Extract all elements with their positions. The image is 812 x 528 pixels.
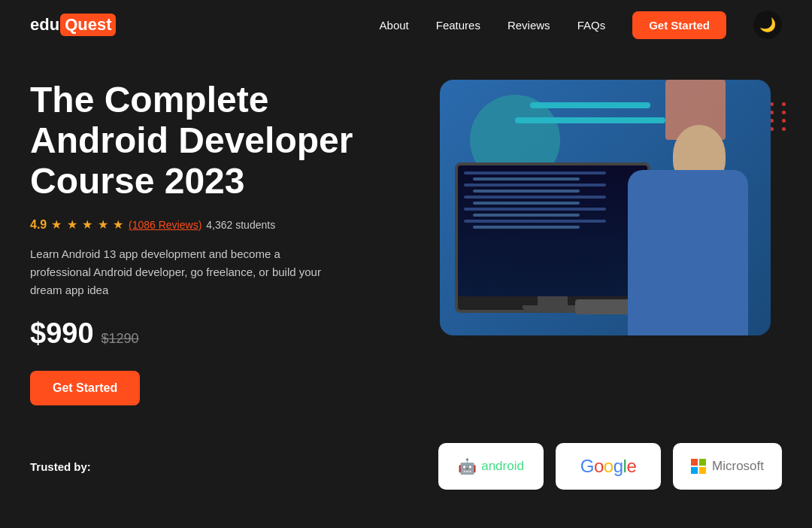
monitor-stand [538,296,568,305]
trusted-section: Trusted by: 🤖 android Google [0,428,812,505]
hero-image [440,80,771,335]
google-logo: Google [580,456,636,477]
theme-toggle-button[interactable]: 🌙 [753,11,782,39]
nav-links: About Features Reviews FAQs Get Started … [380,11,782,39]
monitor-base [523,305,583,310]
google-o2: o [604,456,614,476]
hero-content: The Complete Android Developer Course 20… [30,80,383,405]
google-e: e [626,456,636,476]
android-logo: 🤖 android [458,457,524,475]
microsoft-text: Microsoft [712,459,764,474]
trusted-logos: 🤖 android Google Microsoft [438,443,782,490]
rating-number: 4.9 [30,218,47,232]
google-g2: g [614,456,623,476]
hero-rating: 4.9 ★ ★ ★ ★ ★ (1086 Reviews) 4,362 stude… [30,217,383,232]
price-current: $990 [30,317,94,350]
rating-stars: ★ ★ ★ ★ ★ [51,217,124,232]
microsoft-logo-container: Microsoft [673,443,782,490]
reviews-link[interactable]: (1086 Reviews) [129,219,201,231]
logo-quest: Quest [60,14,116,36]
hero-section: The Complete Android Developer Course 20… [0,50,812,428]
android-robot-icon: 🤖 [458,457,477,475]
hero-get-started-button[interactable]: Get Started [30,371,140,405]
nav-about[interactable]: About [380,19,409,32]
hero-description: Learn Android 13 app development and bec… [30,245,331,299]
navbar: eduQuest About Features Reviews FAQs Get… [0,0,812,50]
bg-line1 [530,102,650,108]
google-logo-container: Google [556,443,661,490]
ms-sq-yellow [699,467,706,474]
microsoft-grid-icon [691,459,706,474]
microsoft-logo: Microsoft [691,459,764,474]
hero-title: The Complete Android Developer Course 20… [30,80,383,201]
android-text: android [481,459,524,474]
ms-sq-red [691,459,698,466]
nav-reviews[interactable]: Reviews [508,19,550,32]
person-body [628,170,748,335]
logo[interactable]: eduQuest [30,14,116,36]
nav-get-started-button[interactable]: Get Started [632,11,726,39]
students-count: 4,362 students [206,219,275,231]
logo-edu: edu [30,15,59,35]
nav-features[interactable]: Features [436,19,480,32]
ms-sq-blue [691,467,698,474]
person-illustration [613,117,763,335]
android-logo-container: 🤖 android [438,443,544,490]
google-o1: o [594,456,604,476]
hero-image-area [429,80,782,335]
price-original: $1290 [102,331,139,347]
trusted-label: Trusted by: [30,460,91,473]
ms-sq-green [699,459,706,466]
google-g: G [580,456,594,476]
price-section: $990 $1290 [30,317,383,350]
nav-faqs[interactable]: FAQs [577,19,606,32]
